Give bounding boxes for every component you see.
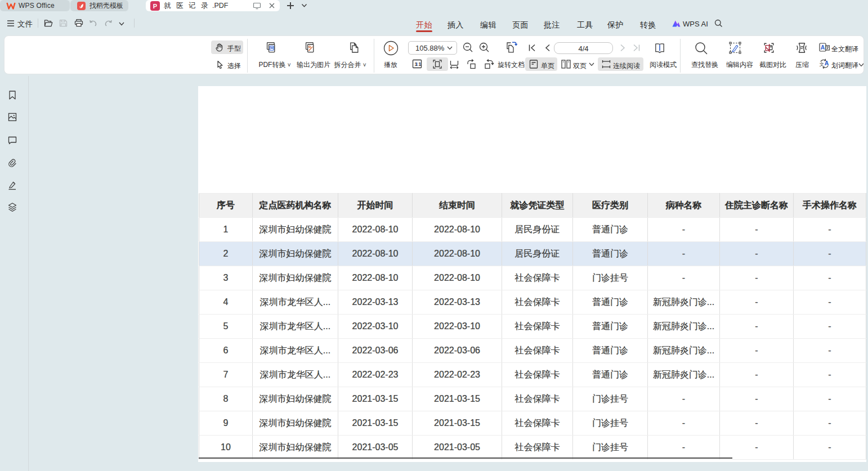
svg-text:1: 1: [418, 61, 422, 67]
svg-text:W: W: [270, 46, 274, 50]
svg-text:A: A: [825, 60, 829, 66]
svg-text:1: 1: [415, 61, 418, 67]
svg-text:文: 文: [820, 61, 825, 67]
svg-text:A: A: [821, 44, 825, 51]
svg-text:P: P: [153, 2, 157, 9]
